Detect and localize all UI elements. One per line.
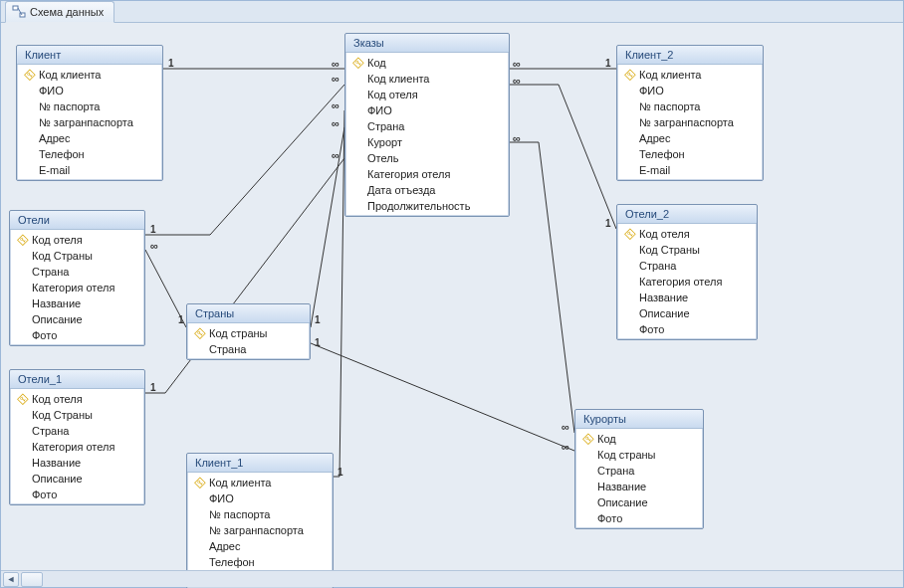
cardinality-many: ∞ (332, 117, 339, 129)
field-row[interactable]: № паспорта (187, 506, 333, 522)
tab-schema[interactable]: Схема данных (5, 1, 114, 23)
table-strany[interactable]: Страны ⚿Код страны Страна (186, 303, 311, 360)
field-row[interactable]: Страна (345, 118, 509, 134)
field-row[interactable]: Код отеля (345, 87, 509, 102)
field-row[interactable]: Страна (617, 258, 757, 274)
field-row[interactable]: ⚿Код отеля (617, 226, 757, 242)
field-list: ⚿Код страны Страна (187, 323, 310, 359)
field-row[interactable]: Фото (617, 321, 757, 337)
field-row[interactable]: E-mail (17, 162, 162, 178)
table-title: Клиент (17, 46, 162, 65)
field-row[interactable]: Название (10, 455, 144, 471)
table-title: Клиент_2 (617, 46, 763, 65)
field-row[interactable]: ⚿Код клиента (617, 67, 763, 83)
field-row[interactable]: Название (575, 479, 703, 494)
cardinality-many: ∞ (562, 441, 569, 453)
field-row[interactable]: ⚿Код (345, 55, 509, 71)
cardinality-one: 1 (338, 467, 343, 478)
field-row[interactable]: № загранпаспорта (617, 114, 763, 130)
table-oteli2[interactable]: Отели_2 ⚿Код отеля Код Страны Страна Кат… (616, 204, 758, 340)
field-row[interactable]: ⚿Код отеля (10, 391, 144, 407)
field-row[interactable]: Код Страны (10, 248, 144, 264)
field-row[interactable]: Фото (10, 487, 144, 502)
table-title: Зказы (345, 34, 509, 53)
cardinality-many: ∞ (332, 73, 339, 85)
field-row[interactable]: Код Страны (10, 407, 144, 423)
field-row[interactable]: № загранпаспорта (17, 114, 162, 130)
table-klient1[interactable]: Клиент_1 ⚿Код клиента ФИО № паспорта № з… (186, 453, 334, 588)
field-row[interactable]: Телефон (617, 146, 763, 162)
field-row[interactable]: Страна (187, 341, 310, 357)
cardinality-many: ∞ (332, 99, 339, 111)
tab-label: Схема данных (30, 6, 104, 18)
field-row[interactable]: ⚿Код страны (187, 325, 310, 341)
svg-rect-0 (13, 6, 18, 10)
field-row[interactable]: Описание (10, 311, 144, 327)
field-row[interactable]: ⚿Код клиента (17, 67, 162, 83)
field-row[interactable]: Категория отеля (345, 166, 509, 182)
field-row[interactable]: Отель (345, 150, 509, 166)
cardinality-one: 1 (168, 58, 174, 69)
field-row[interactable]: Телефон (187, 554, 333, 570)
field-row[interactable]: Адрес (617, 130, 763, 146)
horizontal-scrollbar[interactable]: ◄ (1, 570, 903, 587)
field-row[interactable]: № загранпаспорта (187, 522, 333, 538)
field-row[interactable]: Описание (617, 305, 757, 321)
scroll-thumb[interactable] (21, 572, 43, 587)
field-row[interactable]: Код клиента (345, 71, 509, 87)
field-row[interactable]: Категория отеля (10, 280, 144, 295)
key-icon: ⚿ (15, 232, 32, 249)
field-row[interactable]: Категория отеля (617, 274, 757, 290)
field-row[interactable]: Продолжительность (345, 198, 509, 214)
table-title: Курорты (575, 410, 703, 429)
field-row[interactable]: ФИО (187, 490, 333, 506)
diagram-canvas[interactable]: 1 ∞ ∞ 1 1 ∞ 1 ∞ 1 ∞ 1 ∞ 1 ∞ ∞ 1 ∞ 1 ∞ ∞ … (1, 23, 903, 569)
field-row[interactable]: ⚿Код отеля (10, 232, 144, 248)
field-row[interactable]: Телефон (17, 146, 162, 162)
field-row[interactable]: Код страны (575, 447, 703, 463)
cardinality-one: 1 (150, 224, 156, 235)
field-row[interactable]: Фото (10, 327, 144, 343)
table-klient2[interactable]: Клиент_2 ⚿Код клиента ФИО № паспорта № з… (616, 45, 764, 181)
svg-line-6 (311, 343, 574, 451)
field-row[interactable]: Фото (575, 510, 703, 526)
field-row[interactable]: Адрес (17, 130, 162, 146)
cardinality-one: 1 (315, 337, 321, 348)
field-row[interactable]: Курорт (345, 134, 509, 150)
field-row[interactable]: Дата отъезда (345, 182, 509, 198)
field-list: ⚿Код отеля Код Страны Страна Категория о… (10, 230, 144, 345)
key-icon: ⚿ (350, 55, 367, 72)
field-row[interactable]: № паспорта (17, 98, 162, 114)
field-row[interactable]: Описание (10, 471, 144, 487)
table-oteli1[interactable]: Отели_1 ⚿Код отеля Код Страны Страна Кат… (9, 369, 145, 505)
cardinality-many: ∞ (513, 132, 521, 144)
field-row[interactable]: ФИО (17, 83, 162, 98)
table-oteli[interactable]: Отели ⚿Код отеля Код Страны Страна Катег… (9, 210, 145, 346)
key-icon: ⚿ (622, 67, 639, 84)
field-row[interactable]: Категория отеля (10, 439, 144, 455)
scroll-left-button[interactable]: ◄ (3, 572, 19, 587)
field-row[interactable]: Описание (575, 494, 703, 510)
field-row[interactable]: ⚿Код (575, 431, 703, 447)
table-zakazy[interactable]: Зказы ⚿Код Код клиента Код отеля ФИО Стр… (344, 33, 510, 217)
field-row[interactable]: Код Страны (617, 242, 757, 258)
key-icon: ⚿ (22, 67, 39, 84)
key-icon: ⚿ (192, 475, 209, 491)
field-row[interactable]: Страна (10, 264, 144, 280)
field-row[interactable]: ФИО (345, 102, 509, 118)
table-title: Страны (187, 304, 310, 323)
field-row[interactable]: ⚿Код клиента (187, 475, 333, 490)
table-klient[interactable]: Клиент ⚿Код клиента ФИО № паспорта № заг… (16, 45, 163, 181)
field-row[interactable]: Страна (575, 463, 703, 479)
field-row[interactable]: № паспорта (617, 98, 763, 114)
table-kurorty[interactable]: Курорты ⚿Код Код страны Страна Название … (574, 409, 704, 529)
field-list: ⚿Код клиента ФИО № паспорта № загранпасп… (17, 65, 162, 180)
field-row[interactable]: ФИО (617, 83, 763, 98)
cardinality-many: ∞ (513, 75, 521, 87)
field-row[interactable]: Название (10, 295, 144, 311)
field-row[interactable]: Адрес (187, 538, 333, 554)
field-row[interactable]: Название (617, 290, 757, 305)
field-row[interactable]: E-mail (617, 162, 763, 178)
relationship-window: Схема данных (0, 0, 904, 588)
field-row[interactable]: Страна (10, 423, 144, 439)
